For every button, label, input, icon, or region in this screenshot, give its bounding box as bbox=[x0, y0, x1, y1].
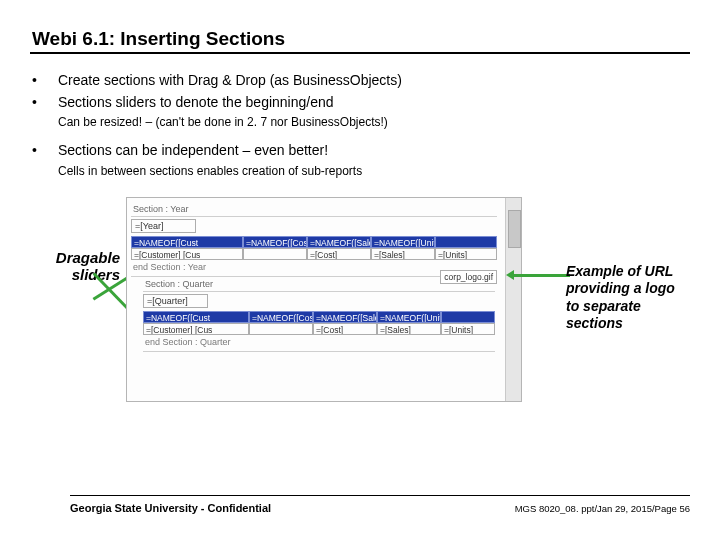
table2-h2: =NAMEOF([Cost bbox=[249, 311, 313, 323]
right-annotation: Example of URL providing a logo to separ… bbox=[566, 263, 686, 333]
table1-row: =[Customer] [Cus =[Cost] =[Sales] =[Unit… bbox=[131, 248, 497, 260]
table1-r1c5[interactable]: =[Units] bbox=[435, 248, 497, 260]
table1-r1c1[interactable]: =[Customer] [Cus bbox=[131, 248, 243, 260]
section-year-start-slider[interactable] bbox=[131, 216, 497, 217]
table1-h4: =NAMEOF([Units bbox=[371, 236, 435, 248]
section-year-label: Section : Year bbox=[133, 204, 517, 214]
arrow-right bbox=[514, 274, 570, 277]
table2-h5 bbox=[441, 311, 495, 323]
section-quarter-block: Section : Quarter =[Quarter] =NAMEOF([Cu… bbox=[143, 279, 517, 352]
bullet-2-text: Sections sliders to denote the beginning… bbox=[58, 94, 690, 112]
table2-r1c3[interactable]: =[Cost] bbox=[313, 323, 377, 335]
bullet-dot: • bbox=[32, 142, 58, 160]
bullet-3-text: Sections can be independent – even bette… bbox=[58, 142, 690, 160]
footer-rule bbox=[70, 495, 690, 496]
left-annotation: Dragable sliders bbox=[34, 249, 120, 283]
year-cell[interactable]: =[Year] bbox=[131, 219, 196, 233]
bullet-3-sub: Cells in between sections enables creati… bbox=[58, 164, 690, 179]
table2-header: =NAMEOF([Cust =NAMEOF([Cost =NAMEOF([Sal… bbox=[143, 311, 495, 323]
table2-row: =[Customer] [Cus =[Cost] =[Sales] =[Unit… bbox=[143, 323, 495, 335]
quarter-cell[interactable]: =[Quarter] bbox=[143, 294, 208, 308]
table1-header: =NAMEOF([Cust =NAMEOF([Cost =NAMEOF([Sal… bbox=[131, 236, 497, 248]
bullet-3: • Sections can be independent – even bet… bbox=[32, 142, 690, 160]
table1-r1c2[interactable] bbox=[243, 248, 307, 260]
section-quarter-end-slider[interactable] bbox=[143, 351, 495, 352]
table2-h1: =NAMEOF([Cust bbox=[143, 311, 249, 323]
scrollbar[interactable] bbox=[505, 198, 521, 401]
bullet-list: • Create sections with Drag & Drop (as B… bbox=[32, 72, 690, 179]
section-quarter-end-label: end Section : Quarter bbox=[145, 337, 517, 347]
logo-cell[interactable]: corp_logo.gif bbox=[440, 270, 497, 284]
title-rule bbox=[30, 52, 690, 54]
slide-title: Webi 6.1: Inserting Sections bbox=[32, 28, 690, 50]
table1-h3: =NAMEOF([Sale bbox=[307, 236, 371, 248]
bullet-dot: • bbox=[32, 72, 58, 90]
table2-h3: =NAMEOF([Sale bbox=[313, 311, 377, 323]
table2-r1c5[interactable]: =[Units] bbox=[441, 323, 495, 335]
figure-area: Dragable sliders Section : Year =[Year] … bbox=[30, 197, 690, 417]
bullet-1: • Create sections with Drag & Drop (as B… bbox=[32, 72, 690, 90]
footer-right: MGS 8020_08. ppt/Jan 29, 2015/Page 56 bbox=[515, 503, 690, 514]
table2-r1c1[interactable]: =[Customer] [Cus bbox=[143, 323, 249, 335]
bullet-dot: • bbox=[32, 94, 58, 112]
bullet-2-sub: Can be resized! – (can't be done in 2. 7… bbox=[58, 115, 690, 130]
table1-h1: =NAMEOF([Cust bbox=[131, 236, 243, 248]
bullet-1-text: Create sections with Drag & Drop (as Bus… bbox=[58, 72, 690, 90]
screenshot-panel: Section : Year =[Year] =NAMEOF([Cust =NA… bbox=[126, 197, 522, 402]
table2-h4: =NAMEOF([Units bbox=[377, 311, 441, 323]
bullet-2: • Sections sliders to denote the beginni… bbox=[32, 94, 690, 112]
table2-r1c2[interactable] bbox=[249, 323, 313, 335]
table1-h5 bbox=[435, 236, 497, 248]
left-annotation-l1: Dragable bbox=[56, 249, 120, 266]
table2-r1c4[interactable]: =[Sales] bbox=[377, 323, 441, 335]
table1-h2: =NAMEOF([Cost bbox=[243, 236, 307, 248]
section-quarter-start-slider[interactable] bbox=[143, 291, 495, 292]
scrollbar-thumb[interactable] bbox=[508, 210, 521, 248]
table1-r1c3[interactable]: =[Cost] bbox=[307, 248, 371, 260]
footer-left: Georgia State University - Confidential bbox=[70, 502, 271, 514]
table1-r1c4[interactable]: =[Sales] bbox=[371, 248, 435, 260]
